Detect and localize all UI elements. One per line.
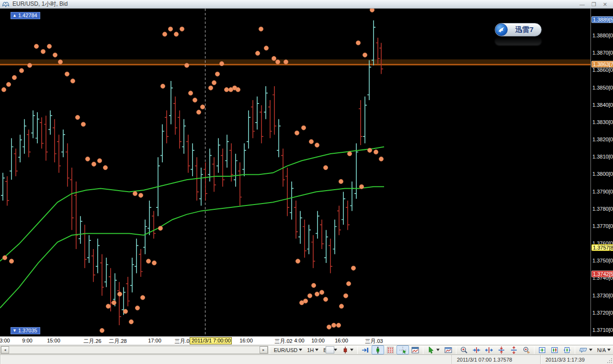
compress-vertical-button[interactable]: [495, 345, 508, 354]
na-dropdown[interactable]: N/A: [595, 345, 613, 354]
callout-icon: [579, 346, 588, 354]
scrollbar-thumb[interactable]: [326, 346, 334, 353]
resize-grip[interactable]: [606, 355, 613, 364]
ohlc-bar: [324, 230, 328, 263]
expand-horizontal-icon: [485, 346, 493, 354]
sar-dot: [339, 179, 343, 183]
sar-dot: [160, 84, 165, 88]
new-chart-button[interactable]: [442, 345, 454, 354]
ohlc-bar: [372, 21, 375, 66]
time-axis-label: 16:00: [239, 338, 253, 343]
chevron-down-icon: [589, 349, 592, 351]
restore-button[interactable]: ❐: [591, 0, 596, 9]
ohlc-bar: [329, 239, 332, 273]
price-axis-label: 1.3770[0]: [592, 223, 613, 230]
bar-spacing-large-button[interactable]: [561, 345, 573, 354]
chart-area[interactable]: ▲ 1.42784 ▼ 1.37035 迅雷7: [0, 9, 590, 336]
sar-dot: [264, 46, 268, 50]
xunlei-widget[interactable]: 迅雷7: [495, 23, 542, 36]
zoom-hand-icon: [522, 346, 530, 354]
time-axis-label: 10:00: [311, 338, 325, 343]
sar-dot: [91, 162, 96, 166]
sar-dot: [162, 32, 167, 36]
sar-dot: [323, 165, 328, 170]
sar-dot: [346, 282, 351, 286]
bar-spacing-medium-button[interactable]: [548, 345, 561, 354]
compress-horizontal-icon: [473, 346, 480, 354]
chart-scrollbar[interactable]: ◂ ▸: [0, 346, 268, 354]
status-clock: 2011/3/3 1:17:39: [540, 355, 606, 364]
ohlc-bar: [100, 254, 104, 296]
status-bar-time-price: 2011/3/1 07:00 1.37578: [452, 355, 540, 364]
time-axis-label: 二月.26: [83, 338, 101, 345]
sar-dot: [138, 193, 143, 197]
sar-dot: [65, 72, 69, 76]
sar-dot: [351, 266, 355, 270]
price-tag-blue: 1.3889[5: [591, 16, 613, 23]
sar-dot: [180, 27, 184, 31]
grid-button[interactable]: [384, 345, 397, 354]
alert-line[interactable]: [0, 64, 590, 66]
ohlc-bar: [96, 239, 100, 273]
sar-dot: [315, 143, 319, 147]
ohlc-bar: [139, 249, 143, 277]
price-chart[interactable]: [0, 9, 590, 336]
sar-dot: [359, 184, 363, 189]
ohlc-bars: [1, 21, 383, 326]
ohlc-bar: [303, 220, 306, 258]
sar-dot: [135, 306, 139, 310]
time-axis-label: 二月.28: [109, 338, 126, 345]
timeframe-label: 1H: [307, 347, 314, 353]
scroll-right-button[interactable]: ▸: [260, 346, 268, 353]
bar-spacing-small-icon: [538, 346, 546, 354]
ohlc-bar: [83, 225, 87, 268]
ohlc-bar: [354, 143, 358, 199]
expand-horizontal-button[interactable]: [483, 345, 495, 354]
time-axis[interactable]: 3:009:0015:00二月.26二月.2817:00三月.016:00三月.…: [0, 336, 613, 345]
chevron-down-icon: [315, 349, 318, 351]
ohlc-bar: [148, 201, 151, 235]
zoom-area-button[interactable]: [520, 345, 533, 354]
pointer-tool-dropdown[interactable]: [425, 345, 442, 354]
sar-dot: [6, 82, 11, 87]
period-high-badge: ▲ 1.42784: [11, 12, 40, 19]
ohlc-bar: [268, 100, 272, 138]
sar-dot: [208, 86, 213, 90]
zoom-in-button[interactable]: [458, 345, 470, 354]
expand-vertical-button[interactable]: [508, 345, 520, 354]
crosshair-button[interactable]: [397, 345, 409, 354]
timeframe-dropdown[interactable]: 1H: [305, 345, 321, 354]
price-axis-label: 1.3810[0]: [592, 154, 613, 160]
bar-spacing-small-button[interactable]: [536, 345, 548, 354]
price-axis-label: 1.3830[0]: [592, 119, 613, 126]
sar-dot: [196, 110, 201, 114]
bar-style-dropdown[interactable]: [340, 345, 356, 354]
price-axis[interactable]: 1.3880[0]1.3870[0]1.3860[0]1.3850[0]1.38…: [590, 9, 613, 336]
symbol-dropdown[interactable]: EUR/USD: [272, 345, 305, 354]
toolbar-separator: [423, 346, 423, 354]
ohlc-bar: [165, 111, 169, 144]
sar-dot: [339, 304, 343, 308]
sar-dot: [41, 49, 45, 54]
sar-dot: [374, 150, 378, 154]
period-low-value: 1.37035: [18, 328, 37, 334]
go-to-end-icon: [362, 346, 369, 354]
compress-horizontal-button[interactable]: [470, 345, 483, 354]
price-axis-label: 1.3870[0]: [592, 50, 613, 57]
chart-window-button[interactable]: [409, 345, 421, 354]
minimize-button[interactable]: —: [579, 0, 585, 9]
auto-scale-button[interactable]: [372, 345, 384, 354]
close-button[interactable]: ✕: [603, 0, 607, 9]
sar-dot: [2, 256, 7, 260]
ohlc-bar: [40, 117, 44, 148]
callout-tool-dropdown[interactable]: [577, 345, 595, 354]
ohlc-bar: [298, 211, 302, 244]
ohlc-bar: [247, 111, 250, 149]
go-to-end-button[interactable]: [359, 345, 372, 354]
scroll-left-button[interactable]: ◂: [1, 346, 9, 353]
sar-dot: [34, 44, 38, 48]
ohlc-bar: [204, 162, 207, 201]
status-bar: 2011/3/1 07:00 1.37578 2011/3/3 1:17:39: [0, 355, 613, 364]
sar-dot: [85, 157, 90, 161]
ohlc-bar: [18, 135, 22, 162]
